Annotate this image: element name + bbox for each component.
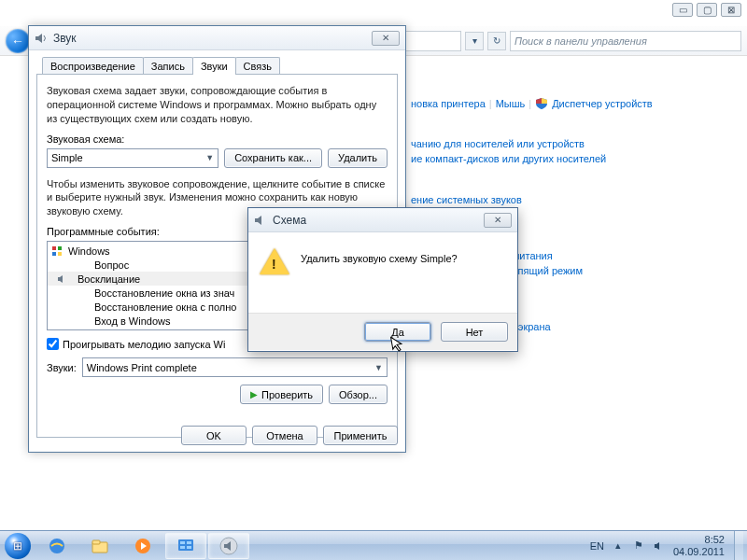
svg-rect-9 — [178, 539, 193, 551]
apply-button[interactable]: Применить — [323, 426, 398, 445]
window-maximize-button[interactable]: ▢ — [697, 3, 717, 17]
confirm-text: Удалить звуковую схему Simple? — [301, 247, 458, 264]
speaker-icon — [35, 32, 48, 45]
save-as-button[interactable]: Сохранить как... — [224, 148, 322, 168]
scheme-value: Simple — [51, 152, 83, 163]
taskbar-item-wmp[interactable] — [122, 533, 163, 559]
tray-show-hidden-icon[interactable]: ▴ — [612, 539, 625, 553]
sound-file-combobox[interactable]: Windows Print complete ▼ — [82, 357, 388, 377]
confirm-yes-button[interactable]: Да — [364, 322, 431, 342]
tray-volume-icon[interactable] — [653, 539, 666, 553]
start-button[interactable]: ⊞ — [0, 531, 35, 561]
svg-rect-10 — [180, 541, 185, 544]
link-autoplay-defaults[interactable]: чанию для носителей или устройств — [411, 138, 585, 149]
chevron-down-icon: ▼ — [205, 153, 214, 162]
link-device-manager[interactable]: Диспетчер устройств — [552, 98, 653, 109]
taskbar: ⊞ EN ▴ ⚑ 8:52 04.09.2011 — [0, 530, 747, 560]
address-dropdown-button[interactable]: ▾ — [465, 32, 484, 50]
tab-playback[interactable]: Воспроизведение — [42, 57, 144, 75]
refresh-button[interactable]: ↻ — [487, 32, 506, 50]
svg-rect-6 — [92, 540, 100, 544]
shield-icon — [535, 97, 548, 110]
link-mouse[interactable]: Мышь — [496, 98, 526, 109]
tray-clock[interactable]: 8:52 04.09.2011 — [673, 534, 726, 556]
windows-icon — [51, 245, 64, 257]
play-icon: ▶ — [250, 389, 258, 399]
svg-rect-0 — [52, 246, 56, 250]
taskbar-item-ie[interactable] — [36, 533, 78, 559]
show-desktop-button[interactable] — [734, 531, 743, 561]
taskbar-item-control-panel[interactable] — [165, 533, 206, 559]
scheme-label: Звуковая схема: — [47, 133, 388, 145]
confirm-no-button[interactable]: Нет — [441, 322, 508, 342]
taskbar-item-sound[interactable] — [208, 533, 249, 559]
svg-rect-11 — [187, 541, 191, 544]
svg-rect-3 — [58, 252, 62, 256]
link-system-sounds[interactable]: ение системных звуков — [411, 194, 522, 205]
svg-rect-2 — [52, 252, 56, 256]
play-startup-checkbox-input[interactable] — [47, 338, 59, 350]
sound-dialog-close-button[interactable]: ✕ — [372, 31, 400, 46]
tab-recording[interactable]: Запись — [143, 57, 193, 75]
delete-scheme-button[interactable]: Удалить — [328, 148, 388, 168]
search-placeholder: Поиск в панели управления — [514, 35, 647, 47]
search-input[interactable]: Поиск в панели управления — [510, 31, 741, 51]
confirm-dialog: Схема ✕ ! Удалить звуковую схему Simple?… — [247, 207, 518, 352]
warning-icon: ! — [260, 247, 289, 277]
tab-communications[interactable]: Связь — [235, 57, 280, 75]
scheme-combobox[interactable]: Simple ▼ — [47, 148, 218, 168]
confirm-close-button[interactable]: ✕ — [484, 213, 512, 228]
tray-action-center-icon[interactable]: ⚑ — [632, 539, 645, 553]
test-sound-button[interactable]: ▶Проверить — [240, 385, 323, 404]
windows-logo-icon: ⊞ — [13, 539, 22, 553]
taskbar-item-explorer[interactable] — [79, 533, 120, 559]
language-indicator[interactable]: EN — [590, 540, 604, 552]
chevron-down-icon: ▼ — [374, 363, 383, 372]
sound-dialog-title: Звук — [53, 32, 366, 45]
svg-rect-12 — [180, 546, 185, 549]
speaker-icon — [254, 214, 267, 227]
ok-button[interactable]: OK — [181, 426, 247, 445]
browse-sound-button[interactable]: Обзор... — [329, 385, 388, 404]
window-minimize-button[interactable]: ▭ — [672, 3, 693, 17]
confirm-title: Схема — [273, 214, 478, 227]
cancel-button[interactable]: Отмена — [252, 426, 317, 445]
speaker-icon — [57, 273, 70, 285]
svg-rect-1 — [58, 246, 62, 250]
sounds-value-label: Звуки: — [47, 362, 77, 373]
link-add-printer[interactable]: новка принтера — [411, 98, 486, 109]
window-close-button[interactable]: ⊠ — [721, 3, 741, 17]
link-autoplay-discs[interactable]: ие компакт-дисков или других носителей — [411, 153, 606, 164]
sounds-description: Звуковая схема задает звуки, сопровождаю… — [47, 84, 388, 126]
svg-rect-13 — [187, 546, 191, 549]
tab-sounds[interactable]: Звуки — [192, 57, 236, 75]
nav-back-button[interactable]: ← — [6, 29, 30, 53]
